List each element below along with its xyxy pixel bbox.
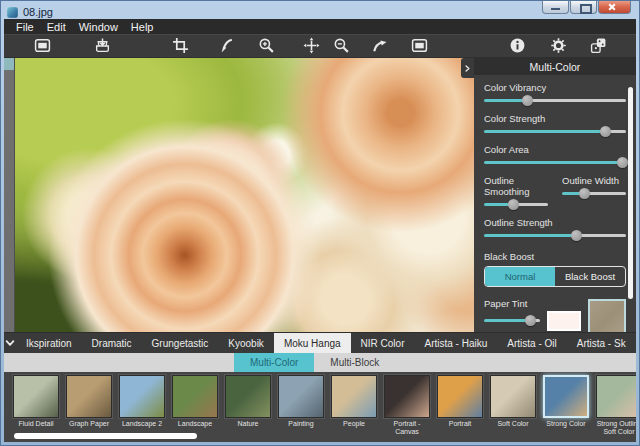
- redo-button[interactable]: [371, 37, 388, 54]
- tab-artista-haiku[interactable]: Artista - Haiku: [414, 333, 497, 353]
- preset-item-people[interactable]: People: [328, 375, 380, 442]
- photo-button[interactable]: [34, 37, 51, 54]
- paper-tint-slider[interactable]: [484, 313, 540, 324]
- preset-item-soft-color[interactable]: Soft Color: [487, 375, 539, 442]
- slider-label: Outline Width: [562, 175, 626, 186]
- paper-tint-track[interactable]: [484, 315, 540, 326]
- canvas-image[interactable]: [15, 58, 474, 332]
- preset-thumbnail: [543, 375, 589, 418]
- slider-fill: [484, 234, 573, 237]
- move-button[interactable]: [303, 37, 320, 54]
- preset-item-fluid-detail[interactable]: Fluid Detail: [10, 375, 62, 442]
- maximize-button[interactable]: [570, 1, 597, 14]
- crop-button[interactable]: [172, 37, 189, 54]
- minimize-button[interactable]: [542, 1, 569, 14]
- slider-outline-strength: Outline Strength: [484, 217, 626, 241]
- settings-icon: [550, 37, 567, 54]
- preset-thumbnail: [172, 375, 218, 418]
- preset-item-strong-outline-soft-color[interactable]: Strong Outline Soft Color: [593, 375, 636, 442]
- slider-label: Outline Strength: [484, 217, 626, 228]
- tab-grungetastic[interactable]: Grungetastic: [142, 333, 219, 353]
- slider-color-strength: Color Strength: [484, 113, 626, 137]
- tab-ikspiration[interactable]: Ikspiration: [16, 333, 82, 353]
- zoom-in-icon: [258, 37, 275, 54]
- slider-knob[interactable]: [508, 199, 519, 210]
- menu-window[interactable]: Window: [79, 21, 118, 33]
- subtab-multi-block[interactable]: Multi-Block: [314, 353, 395, 372]
- preview-icon: [411, 37, 428, 54]
- slider-color-area: Color Area: [484, 144, 626, 168]
- slider-fill: [484, 319, 527, 322]
- black-boost-toggle: NormalBlack Boost: [484, 266, 626, 287]
- slider-group: Color VibrancyColor StrengthColor AreaOu…: [484, 82, 626, 241]
- info-button[interactable]: [509, 37, 526, 54]
- left-panel-tab[interactable]: [4, 58, 14, 70]
- preset-item-landscape[interactable]: Landscape: [169, 375, 221, 442]
- close-button[interactable]: [598, 1, 631, 14]
- slider-label: Color Area: [484, 144, 626, 155]
- maximize-icon: [580, 4, 592, 14]
- preset-scrollbar[interactable]: [14, 433, 197, 439]
- zoom-out-button[interactable]: [333, 37, 350, 54]
- slider-label: Color Strength: [484, 113, 626, 124]
- photo-icon: [34, 37, 51, 54]
- menu-edit[interactable]: Edit: [47, 21, 66, 33]
- panel-scrollbar[interactable]: [628, 87, 633, 299]
- move-icon: [303, 37, 320, 54]
- tab-kyoobik[interactable]: Kyoobik: [218, 333, 274, 353]
- preset-thumbnail: [384, 375, 430, 418]
- brush-button[interactable]: [218, 37, 235, 54]
- paper-texture-thumbnail[interactable]: [588, 299, 626, 332]
- tab-moku-hanga[interactable]: Moku Hanga: [274, 333, 351, 353]
- slider-row: Outline SmoothingOutline Width: [484, 168, 626, 210]
- preset-label: Painting: [275, 420, 327, 428]
- preview-button[interactable]: [411, 37, 428, 54]
- tab-artista-oil[interactable]: Artista - Oil: [497, 333, 566, 353]
- tab-nir-color[interactable]: NIR Color: [351, 333, 415, 353]
- preset-label: People: [328, 420, 380, 428]
- outline-smoothing-slider[interactable]: [484, 199, 548, 210]
- panel-collapse-button[interactable]: [461, 58, 474, 78]
- slider-label: Outline Smoothing: [484, 175, 548, 197]
- slider-knob[interactable]: [522, 95, 533, 106]
- settings-button[interactable]: [550, 37, 567, 54]
- color-strength-slider[interactable]: [484, 126, 626, 137]
- preset-thumbnail: [13, 375, 59, 418]
- import-button[interactable]: [94, 37, 111, 54]
- left-panel-strip[interactable]: [4, 58, 15, 332]
- toggle-option-black-boost[interactable]: Black Boost: [555, 267, 625, 286]
- window-controls: [542, 1, 631, 14]
- tab-artista-sk[interactable]: Artista - Sk: [567, 333, 636, 353]
- slider-knob[interactable]: [600, 126, 611, 137]
- preset-item-portrait-canvas[interactable]: Portrait - Canvas: [381, 375, 433, 442]
- slider-rest: [587, 192, 626, 195]
- slider-fill: [484, 161, 619, 164]
- content-area: Multi-Color Color VibrancyColor Strength…: [4, 58, 636, 332]
- preset-item-strong-color[interactable]: Strong Color: [540, 375, 592, 442]
- preset-label: Portrait - Canvas: [381, 420, 433, 435]
- toggle-option-normal[interactable]: Normal: [485, 267, 555, 286]
- randomize-button[interactable]: [590, 37, 607, 54]
- preset-item-painting[interactable]: Painting: [275, 375, 327, 442]
- subtab-multi-color[interactable]: Multi-Color: [234, 353, 314, 372]
- color-vibrancy-slider[interactable]: [484, 95, 626, 106]
- outline-strength-slider[interactable]: [484, 230, 626, 241]
- slider-knob[interactable]: [571, 230, 582, 241]
- tab-dramatic[interactable]: Dramatic: [82, 333, 142, 353]
- slider-knob[interactable]: [525, 315, 536, 326]
- outline-width-slider[interactable]: [562, 188, 626, 199]
- zoom-in-button[interactable]: [258, 37, 275, 54]
- preset-item-portrait[interactable]: Portrait: [434, 375, 486, 442]
- color-area-slider[interactable]: [484, 157, 626, 168]
- window-title: 08.jpg: [23, 6, 53, 18]
- slider-knob[interactable]: [617, 157, 628, 168]
- preset-item-landscape-2[interactable]: Landscape 2: [116, 375, 168, 442]
- preset-label: Soft Color: [487, 420, 539, 428]
- slider-knob[interactable]: [579, 188, 590, 199]
- menu-file[interactable]: File: [16, 21, 34, 33]
- presets-collapse-button[interactable]: [4, 333, 16, 353]
- paper-tint-swatch[interactable]: [547, 311, 581, 331]
- menu-help[interactable]: Help: [131, 21, 154, 33]
- preset-item-graph-paper[interactable]: Graph Paper: [63, 375, 115, 442]
- preset-item-nature[interactable]: Nature: [222, 375, 274, 442]
